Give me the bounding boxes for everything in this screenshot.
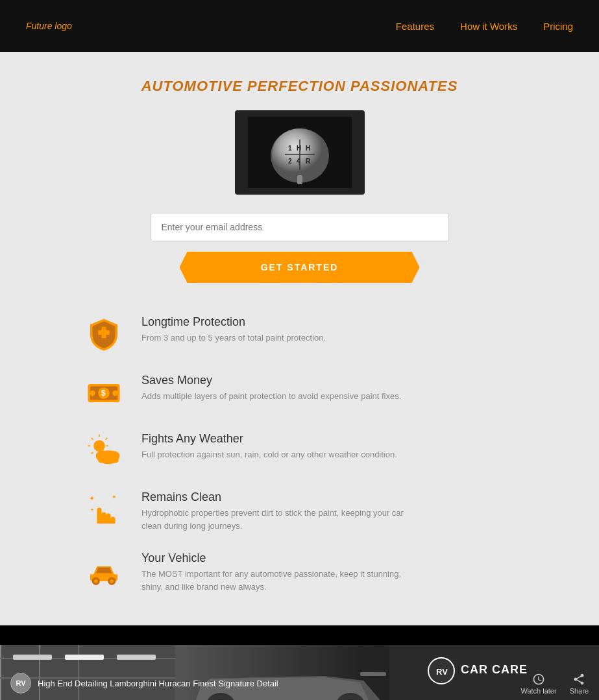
- hand-clean-icon: ✦ ✦ ✦: [84, 490, 123, 529]
- feature-protection-text: Longtime Protection From 3 and up to 5 y…: [141, 315, 326, 344]
- svg-rect-13: [98, 330, 110, 335]
- svg-point-18: [90, 391, 95, 396]
- video-left: RV High End Detailing Lamborghini Huraca…: [10, 673, 278, 694]
- shield-icon: [84, 315, 123, 354]
- share-button[interactable]: Share: [570, 673, 589, 695]
- nav-features[interactable]: Features: [396, 21, 434, 32]
- video-avatar: RV: [10, 673, 31, 694]
- watch-later-button[interactable]: Watch later: [520, 673, 556, 695]
- svg-rect-31: [98, 457, 119, 463]
- features-section: Longtime Protection From 3 and up to 5 y…: [0, 302, 599, 625]
- svg-rect-45: [13, 655, 52, 660]
- hero-image: 1 H H 2 4 R: [235, 110, 365, 195]
- feature-weather-text: Fights Any Weather Full protection again…: [141, 432, 397, 461]
- svg-line-27: [92, 452, 93, 454]
- feature-vehicle-text: Your Vehicle The MOST important for any …: [141, 551, 414, 593]
- email-input[interactable]: [151, 213, 449, 241]
- feature-money-text: Saves Money Adds multiple layers of pain…: [141, 374, 401, 403]
- svg-text:R: R: [306, 158, 311, 165]
- svg-point-36: [94, 579, 97, 583]
- video-strip: RV CAR CARE RV High End Detailing Lambor…: [0, 625, 599, 700]
- weather-icon: [84, 432, 123, 471]
- svg-text:H: H: [297, 145, 301, 152]
- video-right: Watch later Share: [520, 673, 589, 695]
- money-icon: $: [84, 374, 123, 413]
- gear-shift-svg: 1 H H 2 4 R: [248, 117, 352, 188]
- svg-rect-46: [65, 655, 104, 660]
- get-started-button[interactable]: GET STARTED: [180, 252, 420, 283]
- svg-point-20: [93, 441, 105, 452]
- feature-protection: Longtime Protection From 3 and up to 5 y…: [84, 315, 547, 354]
- car-icon: [84, 551, 123, 590]
- feature-clean: ✦ ✦ ✦ Remains Clean Hydrophobic properti…: [84, 490, 547, 532]
- svg-text:✦: ✦: [89, 494, 95, 502]
- logo: Future logo: [26, 21, 72, 31]
- hero-section: AUTOMOTIVE PERFECTION PASSIONATES 1 H H: [0, 52, 599, 302]
- svg-line-26: [106, 438, 108, 440]
- nav-how-it-works[interactable]: How it Works: [460, 21, 517, 32]
- video-title: High End Detailing Lamborghini Huracan F…: [38, 679, 278, 688]
- svg-text:2: 2: [288, 158, 292, 165]
- feature-vehicle: Your Vehicle The MOST important for any …: [84, 551, 547, 593]
- navbar: Future logo Features How it Works Pricin…: [0, 0, 599, 52]
- svg-text:1: 1: [288, 145, 292, 152]
- svg-rect-47: [117, 655, 156, 660]
- feature-money: $ Saves Money Adds multiple layers of pa…: [84, 374, 547, 413]
- nav-pricing[interactable]: Pricing: [543, 21, 573, 32]
- svg-rect-11: [297, 175, 302, 184]
- svg-point-38: [110, 579, 114, 583]
- svg-text:$: $: [101, 389, 106, 398]
- hero-title: AUTOMOTIVE PERFECTION PASSIONATES: [141, 78, 458, 95]
- svg-text:✦: ✦: [90, 507, 94, 512]
- svg-text:4: 4: [297, 158, 300, 165]
- nav-links: Features How it Works Pricing: [396, 21, 573, 32]
- feature-clean-text: Remains Clean Hydrophobic properties pre…: [141, 490, 414, 532]
- feature-weather: Fights Any Weather Full protection again…: [84, 432, 547, 471]
- video-info-bar: RV High End Detailing Lamborghini Huraca…: [0, 666, 599, 695]
- svg-point-19: [112, 391, 118, 396]
- svg-text:H: H: [306, 145, 310, 152]
- svg-line-25: [92, 438, 93, 440]
- svg-text:✦: ✦: [112, 494, 117, 500]
